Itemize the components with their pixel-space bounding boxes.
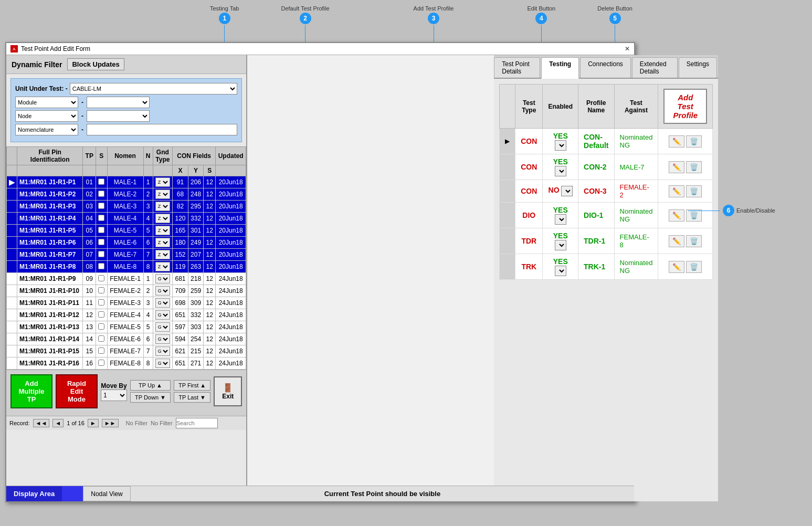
nomenclature-select[interactable]: Nomenclature (15, 124, 78, 135)
display-area-button[interactable]: Display Area (6, 486, 62, 501)
test-row[interactable]: TDR YES ▼ TDR-1 FEMALE-8 ✏️ 🗑️ (500, 228, 713, 254)
s-checkbox[interactable] (96, 357, 107, 370)
rapid-edit-mode-button[interactable]: RapidEditMode (56, 374, 98, 408)
gnd-select[interactable]: G (153, 333, 173, 345)
tab-extended-details[interactable]: Extended Details (632, 57, 678, 78)
table-row[interactable]: M1:MR01 J1-R1-P8 08 MALE-8 8 Z 119 263 1… (7, 261, 246, 273)
edit-button[interactable]: ✏️ (669, 235, 684, 247)
gnd-select[interactable]: G (153, 297, 173, 309)
tab-connections[interactable]: Connections (580, 57, 631, 78)
enabled-select[interactable]: ▼ (555, 140, 566, 151)
tp-up-button[interactable]: TP Up ▲ (130, 380, 171, 391)
search-input[interactable] (176, 418, 218, 428)
gnd-select[interactable]: Z (153, 249, 173, 261)
tp-down-button[interactable]: TP Down ▼ (130, 392, 171, 403)
table-row[interactable]: M1:MR01 J1-R1-P16 16 FEMALE-8 8 G 651 27… (7, 357, 246, 370)
gnd-select[interactable]: G (153, 321, 173, 333)
gnd-select[interactable]: Z (153, 188, 173, 201)
delete-button[interactable]: 🗑️ (686, 185, 702, 197)
delete-button[interactable]: 🗑️ (686, 235, 702, 247)
edit-button[interactable]: ✏️ (669, 261, 684, 273)
table-row[interactable]: M1:MR01 J1-R1-P11 11 FEMALE-3 3 G 698 30… (7, 297, 246, 309)
table-row[interactable]: M1:MR01 J1-R1-P14 14 FEMALE-6 6 G 594 25… (7, 333, 246, 345)
gnd-select[interactable]: Z (153, 176, 173, 188)
s-checkbox[interactable] (96, 249, 107, 261)
tab-settings[interactable]: Settings (679, 57, 717, 78)
node-value-select[interactable] (87, 110, 150, 122)
nodal-view-button[interactable]: Nodal View (83, 486, 130, 501)
gnd-select[interactable]: G (153, 273, 173, 285)
s-checkbox[interactable] (96, 333, 107, 345)
close-button[interactable]: ✕ (625, 45, 630, 52)
table-row[interactable]: M1:MR01 J1-R1-P3 03 MALE-3 3 Z 82 295 12… (7, 201, 246, 213)
table-row[interactable]: M1:MR01 J1-R1-P4 04 MALE-4 4 Z 120 332 1… (7, 213, 246, 225)
gnd-select[interactable]: G (153, 309, 173, 321)
exit-button[interactable]: 🚪 Exit (214, 376, 242, 406)
tp-first-button[interactable]: TP First ▲ (174, 380, 210, 391)
unit-select[interactable]: CABLE-LM (70, 83, 237, 94)
table-row[interactable]: M1:MR01 J1-R1-P13 13 FEMALE-5 5 G 597 30… (7, 321, 246, 333)
table-row[interactable]: M1:MR01 J1-R1-P15 15 FEMALE-7 7 G 621 21… (7, 345, 246, 357)
gnd-select[interactable]: Z (153, 201, 173, 213)
delete-button[interactable]: 🗑️ (686, 135, 702, 148)
nomenclature-input[interactable] (87, 124, 237, 135)
s-checkbox[interactable] (96, 225, 107, 237)
node-select[interactable]: Node (15, 110, 78, 122)
enabled-select[interactable]: ▼ (555, 166, 566, 176)
table-row[interactable]: ▶ M1:MR01 J1-R1-P1 01 MALE-1 1 Z 91 206 … (7, 176, 246, 188)
enabled-select[interactable]: ▼ (555, 240, 566, 250)
s-checkbox[interactable] (96, 188, 107, 201)
table-row[interactable]: M1:MR01 J1-R1-P7 07 MALE-7 7 Z 152 207 1… (7, 249, 246, 261)
s-checkbox[interactable] (96, 213, 107, 225)
edit-button[interactable]: ✏️ (669, 161, 684, 173)
module-value-select[interactable] (87, 97, 150, 108)
table-row[interactable]: M1:MR01 J1-R1-P6 06 MALE-6 6 Z 180 249 1… (7, 237, 246, 249)
s-checkbox[interactable] (96, 309, 107, 321)
s-checkbox[interactable] (96, 201, 107, 213)
gnd-select[interactable]: G (153, 285, 173, 297)
gnd-select[interactable]: Z (153, 213, 173, 225)
edit-button[interactable]: ✏️ (669, 209, 684, 222)
enabled-select[interactable]: ▼ (555, 214, 566, 225)
table-row[interactable]: M1:MR01 J1-R1-P10 10 FEMALE-2 2 G 709 25… (7, 285, 246, 297)
nav-next-button[interactable]: ► (88, 419, 99, 427)
s-checkbox[interactable] (96, 345, 107, 357)
gnd-select[interactable]: G (153, 345, 173, 357)
nav-prev-button[interactable]: ◄ (52, 419, 64, 427)
test-row[interactable]: CON YES ▼ CON-2 MALE-7 ✏️ 🗑️ (500, 154, 713, 180)
table-row[interactable]: M1:MR01 J1-R1-P12 12 FEMALE-4 4 G 651 33… (7, 309, 246, 321)
s-checkbox[interactable] (96, 261, 107, 273)
move-by-select[interactable]: 1 2 5 (101, 390, 127, 401)
gnd-select[interactable]: G (153, 357, 173, 370)
add-multiple-tp-button[interactable]: AddMultipleTP (10, 374, 52, 408)
tp-last-button[interactable]: TP Last ▼ (174, 392, 210, 403)
module-select[interactable]: Module (15, 97, 78, 108)
enabled-select[interactable]: ▼ (561, 186, 573, 196)
tab-test-point-details[interactable]: Test Point Details (494, 57, 540, 78)
gnd-select[interactable]: Z (153, 225, 173, 237)
nav-last-button[interactable]: ►► (102, 419, 119, 427)
edit-button[interactable]: ✏️ (669, 135, 684, 148)
test-row[interactable]: ▶ CON YES ▼ CON-Default Nominated NG ✏️ … (500, 129, 713, 154)
test-row[interactable]: CON NO ▼ CON-3 FEMALE-2 ✏️ 🗑️ (500, 180, 713, 203)
gnd-select[interactable]: Z (153, 237, 173, 249)
test-row[interactable]: DIO YES ▼ DIO-1 Nominated NG ✏️ 🗑️ (500, 203, 713, 228)
tab-testing[interactable]: Testing (541, 57, 579, 79)
nav-first-button[interactable]: ◄◄ (33, 419, 50, 427)
test-row[interactable]: TRK YES ▼ TRK-1 Nominated NG ✏️ 🗑️ (500, 254, 713, 280)
s-checkbox[interactable] (96, 237, 107, 249)
s-checkbox[interactable] (96, 321, 107, 333)
delete-button[interactable]: 🗑️ (686, 209, 702, 222)
table-row[interactable]: M1:MR01 J1-R1-P9 09 FEMALE-1 1 G 681 218… (7, 273, 246, 285)
delete-button[interactable]: 🗑️ (686, 161, 702, 173)
s-checkbox[interactable] (96, 176, 107, 188)
table-row[interactable]: M1:MR01 J1-R1-P2 02 MALE-2 2 Z 68 248 12… (7, 188, 246, 201)
s-checkbox[interactable] (96, 273, 107, 285)
enabled-select[interactable]: ▼ (555, 266, 566, 276)
gnd-select[interactable]: Z (153, 261, 173, 273)
s-checkbox[interactable] (96, 285, 107, 297)
add-test-profile-button[interactable]: Add Test Profile (663, 89, 707, 124)
table-row[interactable]: M1:MR01 J1-R1-P5 05 MALE-5 5 Z 165 301 1… (7, 225, 246, 237)
block-updates-button[interactable]: Block Updates (67, 58, 124, 70)
edit-button[interactable]: ✏️ (669, 185, 684, 197)
